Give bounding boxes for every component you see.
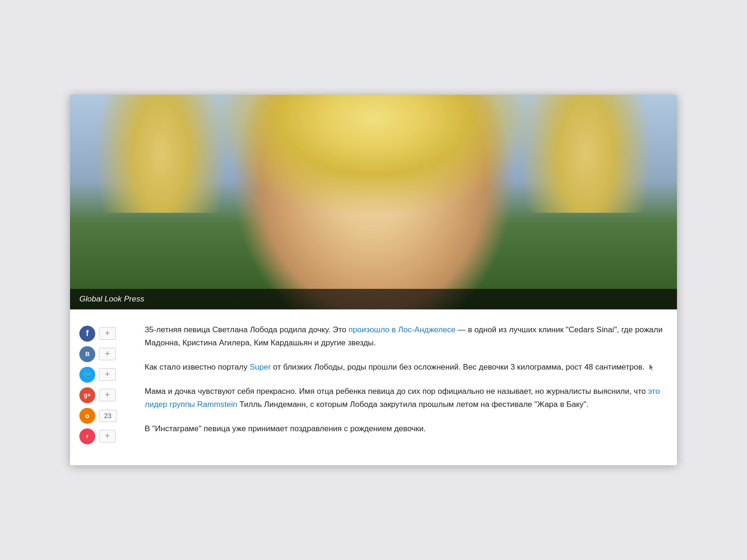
article-body: f + В + 🐦 + g+ + о 23 r + <box>70 309 677 465</box>
image-caption-text: Global Look Press <box>79 294 144 303</box>
facebook-count: + <box>99 327 116 340</box>
vk-icon[interactable]: В <box>79 346 95 362</box>
link-super[interactable]: Super <box>250 363 271 371</box>
social-item-pocket[interactable]: r + <box>79 428 140 444</box>
pocket-icon[interactable]: r <box>79 428 95 444</box>
vk-count: + <box>99 348 116 360</box>
social-item-gplus[interactable]: g+ + <box>79 387 140 403</box>
cursor-icon <box>648 363 654 371</box>
social-item-vk[interactable]: В + <box>79 346 140 362</box>
image-caption-bar: Global Look Press <box>70 289 677 309</box>
article-image <box>70 95 677 309</box>
odnoklassniki-icon[interactable]: о <box>79 408 95 424</box>
social-item-twitter[interactable]: 🐦 + <box>79 367 140 383</box>
facebook-icon[interactable]: f <box>79 326 95 342</box>
social-item-facebook[interactable]: f + <box>79 326 140 342</box>
article-paragraph-3: Мама и дочка чувствуют себя прекрасно. И… <box>145 385 668 411</box>
pocket-count: + <box>99 430 116 442</box>
gplus-count: + <box>99 389 116 401</box>
article-page: Global Look Press f + В + 🐦 + g+ + <box>70 95 677 465</box>
googleplus-icon[interactable]: g+ <box>79 387 95 403</box>
social-item-odnoklassniki[interactable]: о 23 <box>79 408 140 424</box>
portrait-image <box>70 95 677 309</box>
odnoklassniki-count: 23 <box>99 410 117 422</box>
article-image-container: Global Look Press <box>70 95 677 309</box>
link-los-angeles[interactable]: произошло в Лос-Анджелесе <box>348 325 455 334</box>
social-sidebar: f + В + 🐦 + g+ + о 23 r + <box>79 323 140 447</box>
article-paragraph-2: Как стало известно порталу Super от близ… <box>145 361 668 374</box>
article-text: 35-летняя певица Светлана Лобода родила … <box>140 323 668 447</box>
article-paragraph-4: В "Инстаграме" певица уже принимает позд… <box>145 422 668 435</box>
article-paragraph-1: 35-летняя певица Светлана Лобода родила … <box>145 323 668 350</box>
twitter-icon[interactable]: 🐦 <box>79 367 95 383</box>
twitter-count: + <box>99 368 116 381</box>
link-rammstein[interactable]: это лидер группы Rammstein <box>145 387 660 409</box>
